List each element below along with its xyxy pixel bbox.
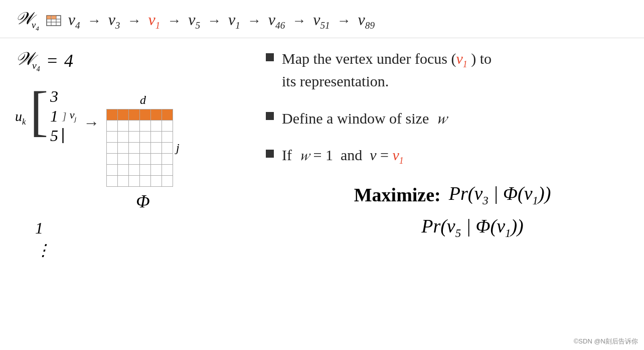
grid-row-6 xyxy=(107,164,173,175)
bullet-item-2: Define a window of size 𝑤 xyxy=(266,107,629,130)
v1-inline-2: v1 xyxy=(392,147,403,163)
maximize-line-2: Pr(v5 | Φ(v1)) xyxy=(276,215,629,240)
grid-container: d xyxy=(106,93,180,212)
vector-row-5: 5 xyxy=(50,127,76,145)
bullet-item-1: Map the vertex under focus (v1 ) to its … xyxy=(266,48,629,92)
grid-row-4 xyxy=(107,142,173,153)
vector-values: 3 1 ] vj 5 xyxy=(50,83,76,149)
watermark: ©SDN @N刻后告诉你 xyxy=(574,337,638,346)
val-5: 5 xyxy=(50,127,58,145)
bullet-square-1 xyxy=(266,53,274,61)
arrow-2: → xyxy=(127,13,141,29)
arrow-3: → xyxy=(167,13,181,29)
grid-row-2 xyxy=(107,120,173,131)
walk-size-line: 𝒲v4 = 4 xyxy=(15,48,246,73)
arrow-1: → xyxy=(87,13,101,29)
text-cursor xyxy=(62,128,64,143)
walk-sequence: 𝒲v4 v4 → v3 → v1 → v5 → v1 → v46 → v51 →… xyxy=(0,0,644,38)
maximize-section: Maximize: Pr(v3 | Φ(v1)) Pr(v5 | Φ(v1)) xyxy=(266,182,629,240)
node-v5: v5 xyxy=(188,11,200,31)
uk-label: uk xyxy=(15,108,26,127)
v1-inline-1: v1 xyxy=(456,50,467,67)
v-symbol: v xyxy=(370,147,376,163)
arrow-4: → xyxy=(207,13,221,29)
bullet-text-2: Define a window of size 𝑤 xyxy=(282,107,447,130)
node-v4: v4 xyxy=(68,11,80,31)
w-symbol-2: 𝑤 xyxy=(299,147,309,163)
arrow-6: → xyxy=(292,13,306,29)
bullet-text-3: If 𝑤 = 1 and v = v1 xyxy=(282,145,404,167)
svg-rect-5 xyxy=(47,16,51,19)
vector-row-3: 3 xyxy=(50,87,76,106)
main-content: 𝒲v4 = 4 uk [ 3 1 ] vj xyxy=(0,38,644,272)
node-v1-highlight: v1 xyxy=(148,11,160,31)
node-v1b: v1 xyxy=(228,11,240,31)
grid-wrapper: j xyxy=(106,109,180,187)
walk-size-label: 𝒲v4 xyxy=(15,48,40,73)
arrow-5: → xyxy=(247,13,261,29)
equals-sign: = xyxy=(46,50,58,71)
w-symbol: 𝑤 xyxy=(436,109,447,127)
d-label: d xyxy=(140,93,146,107)
embedding-grid xyxy=(106,109,173,187)
arrow-7: → xyxy=(337,13,351,29)
bullet-item-3: If 𝑤 = 1 and v = v1 xyxy=(266,145,629,167)
grid-row-3 xyxy=(107,131,173,142)
j-label: j xyxy=(176,141,180,155)
pr-expr-2: Pr(v5 | Φ(v1)) xyxy=(421,215,524,237)
matrix-row: uk [ 3 1 ] vj 5 xyxy=(15,83,246,212)
node-v46: v46 xyxy=(268,11,285,31)
phi-label: Φ xyxy=(136,191,149,212)
right-bracket-small: ] xyxy=(62,109,67,123)
grid-row-5 xyxy=(107,153,173,164)
below-matrix: 1 ⋮ xyxy=(35,217,246,262)
bullet-square-3 xyxy=(266,150,274,158)
node-v89: v89 xyxy=(358,11,375,31)
vector-arrow: → xyxy=(83,113,99,132)
walk-label: 𝒲v4 xyxy=(15,9,39,33)
node-v3: v3 xyxy=(108,11,120,31)
dots: ⋮ xyxy=(35,239,246,262)
bullet-square-2 xyxy=(266,112,274,120)
val-1-bracket: 1 xyxy=(50,107,58,126)
left-bracket: [ xyxy=(30,83,48,149)
svg-rect-6 xyxy=(52,16,56,19)
right-panel: Map the vertex under focus (v1 ) to its … xyxy=(256,48,629,262)
grid-row-7 xyxy=(107,175,173,186)
grid-icon xyxy=(46,15,61,26)
val-3: 3 xyxy=(50,87,58,106)
val-below-1: 1 xyxy=(35,217,246,240)
node-v51: v51 xyxy=(313,11,330,31)
walk-size-value: 4 xyxy=(64,50,73,71)
vj-subscript: vj xyxy=(70,108,76,123)
vector-row-1: 1 ] vj xyxy=(50,107,76,126)
grid-row-orange xyxy=(107,109,173,120)
bullet-text-1: Map the vertex under focus (v1 ) to its … xyxy=(282,48,492,92)
left-panel: 𝒲v4 = 4 uk [ 3 1 ] vj xyxy=(15,48,246,262)
maximize-line-1: Maximize: Pr(v3 | Φ(v1)) xyxy=(276,182,629,207)
bracket-container: [ 3 1 ] vj 5 xyxy=(30,83,76,149)
pr-expr-1: Pr(v3 | Φ(v1)) xyxy=(449,182,551,207)
maximize-label: Maximize: xyxy=(354,184,441,206)
